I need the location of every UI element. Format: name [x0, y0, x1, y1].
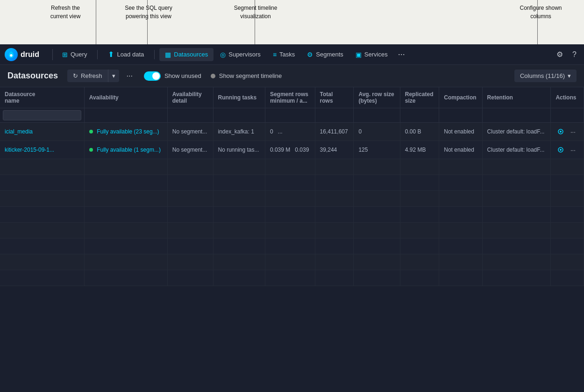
table-row-empty — [0, 270, 584, 286]
nav-item-services[interactable]: ▣ Services — [350, 48, 393, 61]
filter-replicated-size — [400, 108, 439, 123]
svg-point-2 — [560, 131, 562, 133]
cell-empty — [265, 159, 315, 175]
nav-item-query[interactable]: ⊞ Query — [57, 48, 93, 61]
nav-label-tasks: Tasks — [279, 51, 295, 58]
cell-empty — [84, 254, 167, 270]
nav-item-segments[interactable]: ⚙ Segments — [301, 48, 349, 61]
nav-more-button[interactable]: ··· — [394, 47, 409, 62]
col-header-replicated-size: Replicatedsize — [400, 87, 439, 108]
cell-empty — [167, 254, 213, 270]
cell-empty — [551, 207, 584, 223]
view-segments-icon[interactable] — [556, 145, 566, 155]
cell-empty — [482, 175, 551, 191]
availability-link[interactable]: Fully available (1 segm...) — [97, 147, 161, 153]
table-row-empty — [0, 254, 584, 270]
table-row-empty — [0, 238, 584, 254]
show-segment-timeline-toggle-group: Show segment timeline — [211, 72, 282, 79]
cell-empty — [400, 254, 439, 270]
more-options-button[interactable]: ··· — [123, 69, 136, 83]
col-header-running-tasks: Running tasks — [213, 87, 265, 108]
nav-divider-3 — [154, 50, 155, 59]
nav-label-datasources: Datasources — [174, 51, 208, 58]
cell-empty — [400, 175, 439, 191]
more-actions-icon[interactable]: ··· — [568, 126, 578, 137]
show-unused-toggle[interactable] — [144, 71, 161, 81]
cell-empty — [0, 159, 84, 175]
refresh-caret-button[interactable]: ▾ — [108, 70, 119, 82]
table-row-empty — [0, 175, 584, 191]
filter-avg-row-size — [354, 108, 400, 123]
help-button[interactable]: ? — [570, 48, 579, 62]
show-unused-toggle-group: Show unused — [144, 71, 201, 81]
col-header-actions: Actions — [551, 87, 584, 108]
cell-empty — [0, 238, 84, 254]
nav-item-tasks[interactable]: ≡ Tasks — [267, 48, 300, 61]
cell-empty — [439, 207, 482, 223]
availability-dot — [89, 130, 93, 133]
cell-empty — [84, 270, 167, 286]
top-annotations: Refresh thecurrent view See the SQL quer… — [0, 0, 584, 44]
view-segments-icon[interactable] — [556, 126, 566, 137]
availability-dot — [89, 148, 93, 152]
cell-availability: Fully available (23 seg...) — [84, 123, 167, 141]
cell-empty — [213, 270, 265, 286]
nav-item-load-data[interactable]: ⬆ Load data — [102, 47, 150, 62]
filter-datasource-name-input[interactable] — [3, 110, 81, 120]
cell-empty — [167, 238, 213, 254]
table-row-empty — [0, 159, 584, 175]
cell-empty — [551, 175, 584, 191]
cell-empty — [167, 207, 213, 223]
col-header-avg-row-size: Avg. row size(bytes) — [354, 87, 400, 108]
col-header-availability: Availability — [84, 87, 167, 108]
cell-empty — [354, 175, 400, 191]
svg-point-0 — [10, 54, 12, 56]
cell-empty — [0, 223, 84, 238]
cell-empty — [400, 191, 439, 207]
show-segment-timeline-label: Show segment timeline — [219, 72, 282, 79]
logo[interactable]: druid — [5, 48, 39, 61]
nav-divider — [52, 49, 53, 60]
table-row: kiticker-2015-09-1... Fully available (1… — [0, 141, 584, 159]
cell-empty — [354, 191, 400, 207]
nav-label-segments: Segments — [316, 51, 343, 58]
cell-empty — [315, 254, 354, 270]
nav-item-supervisors[interactable]: ◎ Supervisors — [214, 48, 266, 61]
cell-empty — [265, 175, 315, 191]
caret-down-icon: ▾ — [112, 72, 115, 79]
filter-datasource-name[interactable] — [0, 108, 84, 123]
cell-empty — [439, 191, 482, 207]
toolbar: Datasources ↻ Refresh ▾ ··· Show unused … — [0, 65, 584, 87]
cell-empty — [0, 191, 84, 207]
cell-empty — [400, 223, 439, 238]
cell-empty — [354, 207, 400, 223]
table-container[interactable]: Datasourcename Availability Availability… — [0, 87, 584, 392]
cell-empty — [213, 207, 265, 223]
nav-item-datasources[interactable]: ▦ Datasources — [159, 48, 214, 61]
cell-empty — [0, 254, 84, 270]
cell-empty — [482, 159, 551, 175]
datasources-icon: ▦ — [165, 51, 171, 58]
availability-link[interactable]: Fully available (23 seg...) — [97, 128, 159, 135]
cell-retention: Cluster default: loadF... — [482, 141, 551, 159]
show-segment-timeline-dot — [211, 74, 215, 78]
filter-availability-detail — [167, 108, 213, 123]
cell-empty — [400, 207, 439, 223]
more-actions-icon[interactable]: ··· — [568, 145, 578, 155]
filter-total-rows — [315, 108, 354, 123]
cell-actions: ··· — [551, 141, 584, 159]
nav-label-supervisors: Supervisors — [228, 51, 261, 58]
cell-empty — [354, 270, 400, 286]
svg-point-4 — [560, 149, 562, 151]
refresh-button[interactable]: ↻ Refresh — [67, 70, 108, 82]
columns-button[interactable]: Columns (11/16) ▾ — [514, 70, 577, 82]
cell-replicated-size: 4.92 MB — [400, 141, 439, 159]
show-unused-label: Show unused — [164, 72, 201, 79]
filter-availability — [84, 108, 167, 123]
cell-empty — [354, 238, 400, 254]
cell-empty — [167, 223, 213, 238]
cell-empty — [315, 159, 354, 175]
settings-button[interactable]: ⚙ — [554, 47, 566, 62]
cell-empty — [265, 207, 315, 223]
cell-empty — [439, 238, 482, 254]
